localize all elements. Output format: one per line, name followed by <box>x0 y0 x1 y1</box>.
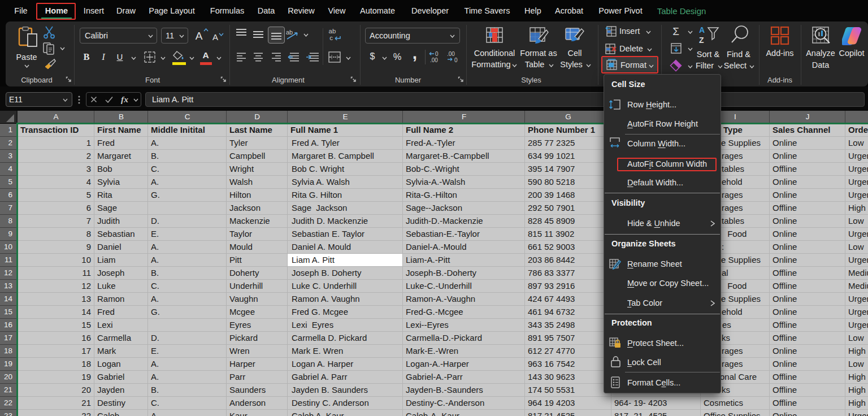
svg-text:.00: .00 <box>430 57 438 63</box>
svg-text:Z: Z <box>699 36 704 45</box>
svg-text:A: A <box>699 25 705 34</box>
svg-text:.00: .00 <box>447 51 455 57</box>
svg-text:0: 0 <box>435 51 439 57</box>
svg-text:0: 0 <box>454 57 458 63</box>
